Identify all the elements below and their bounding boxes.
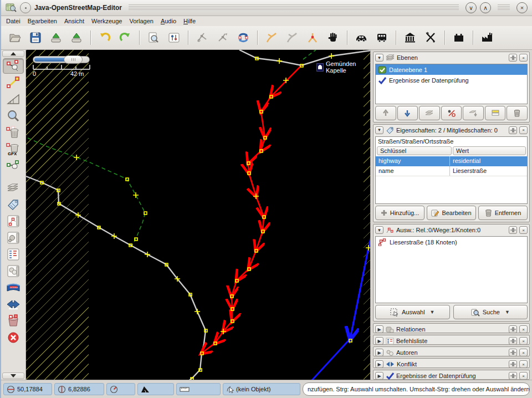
close-button[interactable]: × <box>516 2 528 13</box>
maximize-button[interactable]: ∧ <box>480 2 491 13</box>
move-node-tool[interactable] <box>3 158 24 174</box>
download-button[interactable] <box>48 29 64 46</box>
museum-preset-button[interactable] <box>402 29 418 46</box>
merge-way-button-disabled[interactable] <box>284 29 300 46</box>
authors-pin-button[interactable] <box>509 349 517 356</box>
layer-delete-button[interactable] <box>507 106 528 120</box>
toggle-selection-dialog[interactable] <box>3 213 24 229</box>
search-button[interactable]: Suche ▼ <box>453 305 528 319</box>
selection-collapse-button[interactable]: ▼ <box>375 226 383 234</box>
undo-button[interactable] <box>96 29 113 46</box>
layer-move-down-button[interactable] <box>397 106 418 120</box>
zoom-slider[interactable] <box>33 56 90 63</box>
properties-pin-button[interactable] <box>509 126 517 134</box>
menu-datei[interactable]: Datei <box>6 18 21 24</box>
column-header-value[interactable]: Wert <box>453 146 526 155</box>
layers-collapse-button[interactable]: ▼ <box>375 54 383 62</box>
collapse-down-button[interactable] <box>2 373 24 379</box>
toggle-layers-dialog[interactable] <box>3 180 24 196</box>
preferences-button[interactable] <box>166 29 182 46</box>
collapse-up-button[interactable] <box>2 50 24 57</box>
toggle-command-list-dialog[interactable] <box>3 247 24 262</box>
properties-collapse-button[interactable]: ▼ <box>375 126 383 134</box>
open-file-button[interactable] <box>7 29 23 46</box>
merge-layers-button[interactable] <box>3 297 24 312</box>
column-header-key[interactable]: Schlüssel <box>377 146 452 155</box>
command-stack-book-button[interactable]: ASTERIX <box>3 280 24 295</box>
command-list-expand-button[interactable]: ▶ <box>375 337 383 345</box>
join-node-way-button[interactable] <box>304 29 321 46</box>
add-tag-button[interactable]: Hinzufüg... <box>375 206 424 220</box>
preset-link[interactable]: Straßen/Straßen/Ortsstraße <box>376 137 527 146</box>
zoom-to-data-button[interactable] <box>145 29 162 46</box>
delete-tag-button[interactable]: Entfernen <box>478 206 528 220</box>
validation-close-button[interactable]: × <box>519 372 528 380</box>
layers-pin-button[interactable] <box>509 54 517 62</box>
castle-preset-button[interactable] <box>451 29 467 46</box>
toggle-authors-dialog[interactable] <box>3 263 24 279</box>
car-preset-button[interactable] <box>353 29 370 46</box>
delete-tool[interactable] <box>3 125 24 140</box>
menu-vorlagen[interactable]: Vorlagen <box>129 18 153 24</box>
restaurant-preset-button[interactable] <box>422 29 439 46</box>
relations-panel-collapsed: ▶ Relationen × <box>373 323 530 333</box>
window-menu-button[interactable] <box>20 2 31 13</box>
layer-visibility-button[interactable] <box>441 106 462 120</box>
select-tool[interactable] <box>3 58 24 74</box>
layer-duplicate-button[interactable] <box>463 106 484 120</box>
zoom-tool[interactable] <box>3 108 24 124</box>
minimize-button[interactable]: ∨ <box>466 2 477 13</box>
upload-button[interactable] <box>68 29 85 46</box>
selection-pin-button[interactable] <box>509 226 517 234</box>
draw-node-tool[interactable] <box>3 75 24 90</box>
redo-button[interactable] <box>117 29 134 46</box>
edit-tag-button[interactable]: Bearbeiten <box>427 206 476 220</box>
layer-merge-button[interactable] <box>419 106 440 120</box>
layer-opacity-button[interactable] <box>485 106 506 120</box>
unglue-way-button[interactable] <box>214 29 231 46</box>
menu-audio[interactable]: Audio <box>161 18 176 24</box>
authors-close-button[interactable]: × <box>519 349 528 356</box>
factory-preset-button[interactable] <box>479 29 495 46</box>
properties-close-button[interactable]: × <box>519 126 528 134</box>
command-list-close-button[interactable]: × <box>519 337 528 345</box>
zoom-slider-handle[interactable] <box>64 55 83 64</box>
tag-row[interactable]: highway residential <box>376 156 527 166</box>
delete-gpx-tool[interactable]: GPX <box>3 141 24 157</box>
toggle-properties-dialog[interactable] <box>3 197 24 212</box>
menu-hilfe[interactable]: Hilfe <box>183 18 196 24</box>
conflict-expand-button[interactable]: ▶ <box>375 360 383 368</box>
conflict-close-button[interactable]: × <box>519 360 528 368</box>
layers-close-button[interactable]: × <box>519 54 528 62</box>
poi-gemuenden-kapelle[interactable]: Gemünden Kapelle <box>316 60 370 74</box>
relations-expand-button[interactable]: ▶ <box>375 325 383 333</box>
save-button[interactable] <box>27 29 44 46</box>
layer-row[interactable]: Datenebene 1 <box>376 64 527 75</box>
validation-pin-button[interactable] <box>509 372 517 380</box>
update-data-button[interactable] <box>235 29 252 46</box>
split-way-button[interactable] <box>194 29 211 46</box>
bus-preset-button[interactable] <box>374 29 390 46</box>
selection-close-button[interactable]: × <box>519 226 528 234</box>
menu-bearbeiten[interactable]: Bearbeiten <box>28 18 57 24</box>
purge-button[interactable] <box>3 313 24 329</box>
relations-pin-button[interactable] <box>509 325 517 333</box>
layer-row[interactable]: Ergebnisse der Datenprüfung <box>376 75 527 85</box>
hand-tool-button[interactable] <box>325 29 341 46</box>
menu-ansicht[interactable]: Ansicht <box>64 18 84 24</box>
toggle-settings-dialog[interactable] <box>3 230 24 246</box>
layer-move-up-button[interactable] <box>375 106 396 120</box>
menu-werkzeuge[interactable]: Werkzeuge <box>91 18 122 24</box>
tag-row[interactable]: name Lieserstraße <box>376 166 527 176</box>
selection-menu-button[interactable]: Auswahl ▼ <box>375 305 450 319</box>
combine-way-button[interactable] <box>263 29 280 46</box>
conflict-pin-button[interactable] <box>509 360 517 368</box>
authors-expand-button[interactable]: ▶ <box>375 349 383 356</box>
validator-error-button[interactable] <box>3 330 24 345</box>
selection-list-item[interactable]: Lieserstraße (18 Knoten) <box>376 237 527 247</box>
map-canvas[interactable]: 0 42 m Gemünden Kapelle <box>26 50 370 380</box>
validation-expand-button[interactable]: ▶ <box>375 372 383 380</box>
command-list-pin-button[interactable] <box>509 337 517 345</box>
relations-close-button[interactable]: × <box>519 325 528 333</box>
measure-tool[interactable] <box>3 91 24 107</box>
